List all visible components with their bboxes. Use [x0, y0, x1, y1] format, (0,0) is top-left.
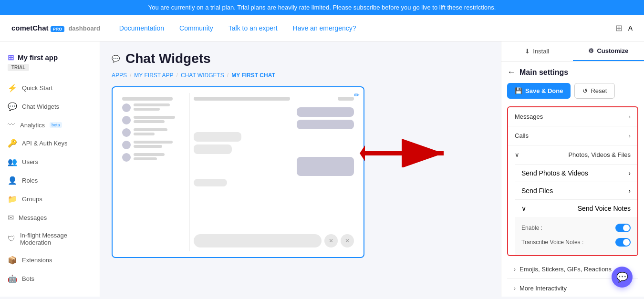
panel-tabs: ⬇ Install ⚙ Customize [501, 41, 644, 62]
sidebar-label-analytics: Analytics [20, 122, 45, 129]
sidebar-label-bots: Bots [22, 275, 34, 282]
sidebar-label-roles: Roles [22, 177, 38, 184]
save-done-button[interactable]: 💾 Save & Done [507, 83, 571, 99]
sidebar-label-chatwidgets: Chat Widgets [22, 103, 59, 110]
header-nav: Documentation Community Talk to an exper… [119, 24, 615, 32]
breadcrumb-firstapp[interactable]: MY FIRST APP [134, 72, 173, 79]
mock-avatar-4 [122, 141, 131, 149]
section-photos: ∨ Photos, Videos & Files Send Photos & V… [508, 145, 637, 255]
dashboard-label: dashboard [68, 25, 100, 32]
reset-button[interactable]: ↺ Reset [574, 83, 615, 99]
mock-close-btn-2[interactable]: ✕ [341, 234, 354, 247]
section-photos-label: Photos, Videos & Files [568, 151, 631, 158]
apikeys-icon: 🔑 [8, 139, 17, 148]
support-chat-bubble[interactable]: 💬 [612, 267, 633, 288]
breadcrumb-myfirstchat[interactable]: MY FIRST CHAT [231, 72, 275, 79]
support-bubble-icon: 💬 [616, 271, 628, 283]
trial-badge: TRIAL [8, 64, 29, 71]
save-icon: 💾 [515, 87, 522, 94]
mock-user-2 [122, 116, 186, 124]
breadcrumb-apps[interactable]: APPS [112, 72, 127, 79]
voicenotes-content: Enable : Transcribe Voice Notes : [515, 217, 637, 255]
customize-icon: ⚙ [588, 47, 594, 54]
mock-msg-right-2 [297, 120, 354, 129]
mock-msg-voice [297, 157, 354, 176]
section-photos-header[interactable]: ∨ Photos, Videos & Files [508, 145, 637, 164]
sidebar-item-groups[interactable]: 📁 Groups [0, 190, 100, 208]
toggle-enable[interactable] [615, 224, 631, 232]
subsection-sendphotos[interactable]: Send Photos & Videos › [515, 164, 637, 182]
page-title-icon: 💬 [112, 55, 120, 62]
toggle-enable-label: Enable : [521, 225, 542, 231]
mock-user-1 [122, 103, 186, 112]
header-right: ⊞ A [615, 23, 633, 33]
banner-text: You are currently on a trial plan. Trial… [148, 4, 496, 11]
nav-documentation[interactable]: Documentation [119, 24, 164, 32]
sidebar-label-groups: Groups [22, 196, 42, 203]
sidebar-item-bots[interactable]: 🤖 Bots [0, 269, 100, 288]
app-name-text: My first app [18, 53, 58, 62]
tab-install[interactable]: ⬇ Install [501, 41, 573, 61]
mock-user-3 [122, 128, 186, 137]
sidebar-item-chatwidgets[interactable]: 💬 Chat Widgets [0, 97, 100, 116]
subsection-voicenotes: ∨ Send Voice Notes Enable : Transcribe V… [515, 199, 637, 255]
install-icon: ⬇ [525, 48, 530, 55]
tab-customize[interactable]: ⚙ Customize [573, 41, 644, 61]
mock-close-btn-1[interactable]: ✕ [324, 234, 338, 247]
back-button[interactable]: ← [507, 67, 516, 77]
beta-badge: beta [50, 122, 62, 128]
sidebar-item-extensions[interactable]: 📦 Extensions [0, 251, 100, 269]
mock-chat: ✕ ✕ [118, 93, 358, 251]
sidebar-item-users[interactable]: 👥 Users [0, 153, 100, 171]
apps-icon[interactable]: ⊞ [615, 23, 623, 33]
sidebar-item-messages[interactable]: ✉ Messages [0, 208, 100, 227]
edit-icon[interactable]: ✏ [354, 91, 360, 99]
header: cometChat PRO dashboard Documentation Co… [0, 15, 644, 41]
chatwidgets-icon: 💬 [8, 102, 17, 111]
breadcrumb: APPS / MY FIRST APP / CHAT WIDGETS / MY … [112, 72, 489, 79]
sidebar-item-moderation[interactable]: 🛡 In-flight Message Moderation [0, 227, 100, 251]
panel-content: ← Main settings 💾 Save & Done ↺ Reset [501, 62, 644, 297]
sidebar-label-users: Users [22, 158, 38, 165]
subsection-voicenotes-header[interactable]: ∨ Send Voice Notes [515, 200, 637, 217]
page-title: Chat Widgets [125, 51, 211, 66]
sidebar-item-quickstart[interactable]: ⚡ Quick Start [0, 79, 100, 97]
toggle-transcribe[interactable] [615, 238, 631, 247]
breadcrumb-chatwidgets[interactable]: CHAT WIDGETS [181, 72, 224, 79]
mock-msg-right-1 [297, 107, 354, 117]
mock-avatar-2 [122, 116, 131, 124]
chevron-voicenotes-down: ∨ [521, 205, 526, 212]
section-emojis-label: Emojis, Stickers, GIFs, Reactions [519, 266, 612, 273]
main-settings-title: Main settings [519, 68, 568, 77]
roles-icon: 👤 [8, 176, 17, 185]
panel-header: ← Main settings [507, 67, 638, 77]
mock-sidebar [118, 93, 190, 251]
reset-icon: ↺ [582, 87, 588, 94]
sidebar-item-apikeys[interactable]: 🔑 API & Auth Keys [0, 134, 100, 153]
header-account[interactable]: A [628, 24, 633, 32]
subsection-sendfiles[interactable]: Send Files › [515, 182, 637, 199]
nav-community[interactable]: Community [179, 24, 213, 32]
mock-avatar-5 [122, 153, 131, 162]
page-title-row: 💬 Chat Widgets [112, 51, 489, 66]
nav-talk-to-expert[interactable]: Talk to an expert [229, 24, 278, 32]
nav-emergency[interactable]: Have an emergency? [293, 24, 356, 32]
section-messages: Messages › [508, 107, 637, 126]
subsection-sendphotos-label: Send Photos & Videos [521, 169, 588, 177]
section-calls-header[interactable]: Calls › [508, 126, 637, 145]
logo-text: cometChat PRO dashboard [11, 24, 100, 32]
sidebar-item-analytics[interactable]: 〰 Analytics beta [0, 116, 100, 134]
subsection-voicenotes-label: Send Voice Notes [578, 205, 631, 212]
extensions-icon: 📦 [8, 256, 17, 265]
mock-msg-left-1 [194, 132, 241, 142]
quickstart-icon: ⚡ [8, 83, 17, 93]
action-bar: 💾 Save & Done ↺ Reset [507, 83, 638, 99]
sidebar-label-messages: Messages [19, 214, 47, 221]
section-messages-header[interactable]: Messages › [508, 107, 637, 126]
mock-chat-area: ✕ ✕ [190, 93, 358, 251]
section-interactivity-label: More Interactivity [519, 285, 567, 292]
tab-customize-label: Customize [597, 47, 628, 54]
sidebar-item-roles[interactable]: 👤 Roles [0, 171, 100, 190]
logo-area: cometChat PRO dashboard [11, 24, 100, 32]
mock-avatar-3 [122, 128, 131, 137]
